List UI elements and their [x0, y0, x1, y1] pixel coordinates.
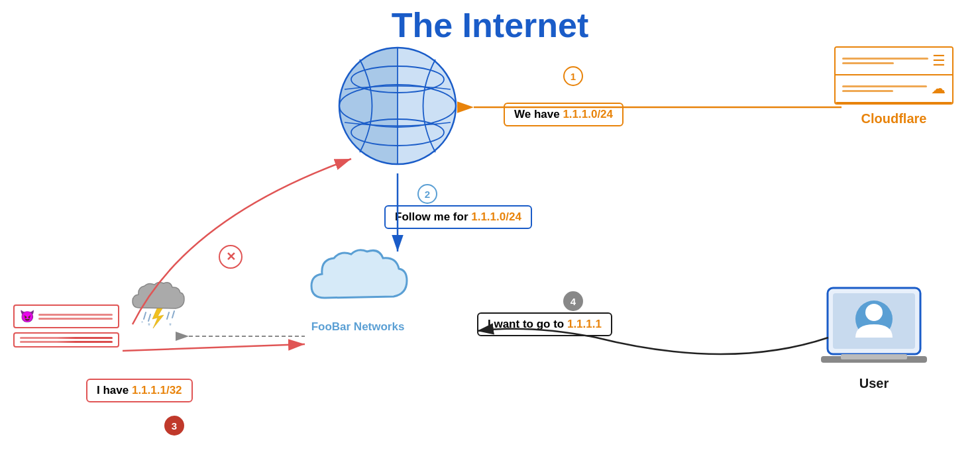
- rack-line: [842, 58, 928, 60]
- evil-servers: 😈: [13, 304, 119, 351]
- foobar-container: FooBar Networks: [305, 245, 411, 334]
- evil-line: [38, 318, 113, 320]
- msg2-plain: Follow me for: [395, 210, 471, 223]
- svg-text:*: *: [169, 322, 172, 330]
- msg4-plain: I want to go to: [488, 318, 567, 330]
- page-title: The Internet: [0, 0, 980, 45]
- evil-face-icon: 😈: [20, 309, 34, 324]
- step-1-badge: 1: [563, 66, 583, 86]
- blocked-icon: ✕: [219, 245, 243, 269]
- msg-box-2: Follow me for 1.1.1.0/24: [384, 205, 532, 229]
- cloudflare-label: Cloudflare: [861, 111, 927, 126]
- evil-server-2: [13, 332, 119, 348]
- evil-server-1: 😈: [13, 304, 119, 328]
- server-menu-icon: ☰: [932, 52, 946, 70]
- svg-line-10: [172, 311, 174, 318]
- step-3-badge: 3: [164, 416, 184, 436]
- evil-line: [20, 337, 113, 339]
- svg-text:*: *: [148, 322, 150, 330]
- svg-line-9: [167, 312, 169, 319]
- foobar-cloud-icon: [305, 245, 411, 318]
- step-2-badge: 2: [417, 184, 437, 204]
- msg-box-4: I want to go to 1.1.1.1: [477, 312, 612, 336]
- msg-box-3: I have 1.1.1.1/32: [86, 379, 193, 402]
- msg3-accent: 1.1.1.1/32: [132, 384, 182, 396]
- msg-box-1: We have 1.1.1.0/24: [504, 103, 624, 126]
- evil-line: [38, 314, 113, 316]
- rack-line: [842, 85, 927, 87]
- svg-line-7: [144, 312, 146, 319]
- svg-line-8: [148, 314, 150, 321]
- server-rack-top: ☰: [836, 48, 952, 75]
- cloudflare-server: ☰ ☁: [834, 46, 953, 105]
- svg-line-29: [123, 344, 305, 351]
- msg4-accent: 1.1.1.1: [567, 318, 602, 330]
- svg-text:*: *: [141, 320, 143, 326]
- svg-point-17: [865, 304, 883, 321]
- user-label: User: [859, 376, 889, 391]
- cloudflare-container: ☰ ☁ Cloudflare: [834, 46, 953, 126]
- msg3-plain: I have: [97, 384, 132, 396]
- server-rack-bottom: ☁: [836, 75, 952, 103]
- rack-line: [842, 90, 893, 92]
- step-4-badge: 4: [563, 291, 583, 311]
- msg1-plain: We have: [514, 108, 563, 120]
- laptop-icon: [821, 285, 927, 371]
- svg-marker-6: [152, 308, 164, 328]
- foobar-label: FooBar Networks: [311, 320, 405, 334]
- storm-cloud: * * *: [129, 278, 189, 334]
- user-container: User: [821, 285, 927, 391]
- rack-line: [842, 62, 894, 64]
- svg-rect-19: [841, 354, 907, 359]
- msg2-accent: 1.1.1.0/24: [471, 210, 521, 223]
- evil-line: [20, 341, 113, 343]
- internet-globe: [331, 40, 464, 172]
- cloud-icon: ☁: [931, 80, 946, 97]
- msg1-accent: 1.1.1.0/24: [563, 108, 613, 120]
